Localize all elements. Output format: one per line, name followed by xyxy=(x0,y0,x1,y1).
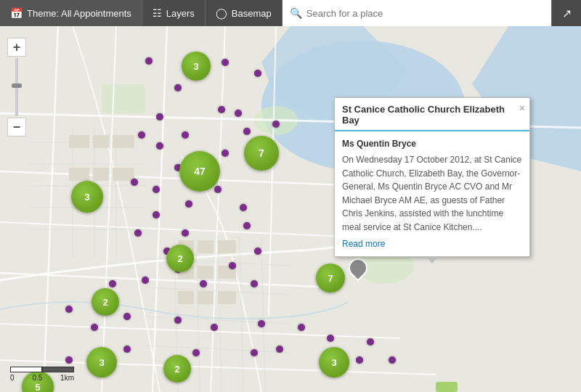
dot-marker[interactable] xyxy=(91,324,98,331)
dot-marker[interactable] xyxy=(138,131,145,139)
search-input[interactable] xyxy=(306,8,544,19)
dot-marker[interactable] xyxy=(276,346,283,353)
svg-rect-40 xyxy=(69,168,89,181)
map-container[interactable]: + − 0 0.5 1km St Canice Catholic Church … xyxy=(0,26,581,392)
popup-title: St Canice Catholic Church Elizabeth Bay xyxy=(335,98,529,131)
dot-marker[interactable] xyxy=(356,356,363,364)
dot-marker[interactable] xyxy=(218,106,225,113)
dot-marker[interactable] xyxy=(123,313,131,320)
dot-marker[interactable] xyxy=(109,280,116,287)
dot-marker[interactable] xyxy=(272,121,280,128)
dot-marker[interactable] xyxy=(65,306,73,313)
popup-read-more[interactable]: Read more xyxy=(342,237,522,250)
svg-rect-50 xyxy=(198,291,214,304)
search-icon: 🔍 xyxy=(290,7,302,19)
dot-marker[interactable] xyxy=(123,346,131,353)
dot-marker[interactable] xyxy=(185,200,192,208)
dot-marker[interactable] xyxy=(243,128,251,135)
popup-text: On Wednesday 17 October 2012, at St Cani… xyxy=(342,153,522,234)
dot-marker[interactable] xyxy=(192,349,200,356)
cluster-marker[interactable]: 47 xyxy=(179,151,220,192)
cluster-marker[interactable]: 2 xyxy=(92,288,119,316)
popup-tail xyxy=(426,256,438,264)
zoom-slider[interactable] xyxy=(15,58,18,116)
dot-marker[interactable] xyxy=(229,262,236,269)
dot-marker[interactable] xyxy=(156,142,163,150)
cluster-marker[interactable]: 3 xyxy=(86,347,117,377)
selected-location-pin[interactable] xyxy=(349,258,367,277)
zoom-out-button[interactable]: − xyxy=(7,118,26,136)
dot-marker[interactable] xyxy=(251,280,258,287)
dot-marker[interactable] xyxy=(174,84,182,91)
dot-marker[interactable] xyxy=(153,211,160,219)
zoom-controls: + − xyxy=(7,38,26,136)
dot-marker[interactable] xyxy=(142,277,149,284)
scale-label-half: 0.5 xyxy=(32,374,42,382)
svg-rect-39 xyxy=(113,135,134,148)
dot-marker[interactable] xyxy=(254,248,261,255)
layers-icon: ☷ xyxy=(153,7,162,19)
popup-close-button[interactable]: × xyxy=(519,102,525,114)
svg-rect-51 xyxy=(218,291,236,304)
dot-marker[interactable] xyxy=(174,317,182,324)
basemap-label: Basemap xyxy=(232,8,272,19)
dot-marker[interactable] xyxy=(235,110,242,117)
theme-button[interactable]: 📅 Theme: All Appointments xyxy=(0,0,142,26)
theme-label: Theme: All Appointments xyxy=(27,8,131,19)
dot-marker[interactable] xyxy=(182,229,189,237)
scale-segment-dark xyxy=(42,367,74,372)
info-popup: St Canice Catholic Church Elizabeth Bay … xyxy=(334,97,530,257)
toolbar: 📅 Theme: All Appointments ☷ Layers ◯ Bas… xyxy=(0,0,581,26)
svg-rect-42 xyxy=(113,168,134,181)
dot-marker[interactable] xyxy=(65,356,73,364)
zoom-in-button[interactable]: + xyxy=(7,38,26,57)
dot-marker[interactable] xyxy=(156,113,163,121)
svg-rect-38 xyxy=(93,135,109,148)
svg-rect-49 xyxy=(178,291,194,304)
dot-marker[interactable] xyxy=(389,356,396,364)
share-button[interactable]: ↗ xyxy=(552,0,581,26)
share-icon: ↗ xyxy=(562,7,572,20)
dot-marker[interactable] xyxy=(240,204,247,211)
scale-bar: 0 0.5 1km xyxy=(10,367,74,382)
dot-marker[interactable] xyxy=(134,229,142,237)
globe-icon: ◯ xyxy=(216,7,227,19)
basemap-button[interactable]: ◯ Basemap xyxy=(206,0,283,26)
svg-rect-47 xyxy=(198,266,214,279)
layers-label: Layers xyxy=(166,8,195,19)
zoom-handle[interactable] xyxy=(12,83,22,88)
dot-marker[interactable] xyxy=(367,338,374,346)
layers-button[interactable]: ☷ Layers xyxy=(142,0,206,26)
cluster-marker[interactable]: 3 xyxy=(71,181,103,213)
cluster-marker[interactable]: 2 xyxy=(166,245,194,272)
dot-marker[interactable] xyxy=(254,70,261,77)
dot-marker[interactable] xyxy=(145,57,153,65)
svg-rect-45 xyxy=(218,240,236,253)
cluster-marker[interactable]: 7 xyxy=(244,136,279,171)
dot-marker[interactable] xyxy=(298,324,305,331)
dot-marker[interactable] xyxy=(214,186,222,193)
dot-marker[interactable] xyxy=(222,150,229,157)
dot-marker[interactable] xyxy=(211,324,218,331)
svg-rect-52 xyxy=(436,382,458,392)
dot-marker[interactable] xyxy=(131,179,138,186)
scale-line xyxy=(10,367,74,372)
scale-label-one: 1km xyxy=(60,374,74,382)
dot-marker[interactable] xyxy=(251,349,258,356)
cluster-marker[interactable]: 2 xyxy=(163,355,191,383)
cluster-marker[interactable]: 3 xyxy=(319,347,349,377)
scale-segment-white xyxy=(10,367,42,372)
popup-body: Ms Quentin Bryce On Wednesday 17 October… xyxy=(335,131,529,256)
svg-rect-37 xyxy=(69,135,89,148)
theme-icon: 📅 xyxy=(10,7,23,19)
dot-marker[interactable] xyxy=(258,320,265,327)
cluster-marker[interactable]: 3 xyxy=(182,52,211,81)
dot-marker[interactable] xyxy=(243,222,251,229)
dot-marker[interactable] xyxy=(153,186,160,193)
cluster-marker[interactable]: 7 xyxy=(316,264,345,293)
dot-marker[interactable] xyxy=(327,335,334,342)
dot-marker[interactable] xyxy=(200,280,207,287)
dot-marker[interactable] xyxy=(222,59,229,66)
search-box[interactable]: 🔍 xyxy=(283,0,552,26)
dot-marker[interactable] xyxy=(182,131,189,139)
